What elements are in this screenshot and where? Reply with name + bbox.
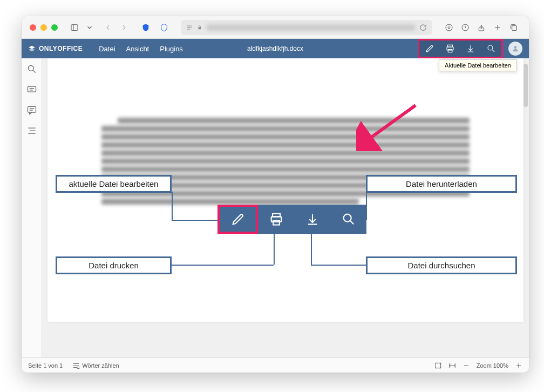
forward-button[interactable] [117, 21, 131, 35]
download-button[interactable] [460, 40, 481, 57]
search-button[interactable] [481, 40, 501, 57]
svg-rect-37 [436, 363, 440, 368]
browser-toolbar [22, 16, 529, 39]
new-tab-icon[interactable] [491, 21, 505, 35]
connector-line [274, 234, 275, 265]
address-bar[interactable] [181, 20, 432, 35]
svg-rect-47 [273, 220, 280, 225]
app-brand-text: ONLYOFFICE [39, 45, 83, 52]
annotation-download-button [294, 205, 330, 234]
document-filename: aldfkjashdlkfjh.docx [247, 45, 303, 52]
share-icon[interactable] [474, 21, 488, 35]
svg-line-23 [33, 71, 35, 73]
svg-rect-27 [28, 106, 36, 112]
url-text [207, 24, 415, 31]
app-header: ONLYOFFICE Datei Ansicht Plugins aldfkja… [22, 39, 529, 58]
svg-rect-0 [71, 24, 78, 30]
history-icon[interactable] [458, 21, 472, 35]
annotation-edit-button [217, 205, 258, 234]
connector-line [311, 265, 366, 266]
svg-rect-16 [448, 50, 452, 52]
user-avatar[interactable] [508, 42, 522, 56]
app-logo[interactable]: ONLYOFFICE [28, 45, 83, 52]
privacy-shield-icon[interactable] [139, 21, 153, 35]
annotation-arrow [356, 103, 421, 151]
svg-line-51 [350, 221, 353, 225]
left-sidebar [22, 58, 42, 357]
menu-plugins[interactable]: Plugins [160, 45, 183, 53]
svg-rect-5 [199, 27, 201, 29]
sidebar-toggle-button[interactable] [67, 21, 81, 35]
reader-icon [186, 24, 193, 31]
window-minimize-button[interactable] [40, 24, 47, 31]
vertical-scrollbar[interactable] [523, 58, 528, 357]
sidebar-comments-button[interactable] [26, 84, 37, 95]
menu-file[interactable]: Datei [99, 45, 115, 53]
reload-icon[interactable] [419, 24, 427, 31]
header-action-group [418, 39, 503, 58]
svg-line-44 [367, 105, 416, 140]
zoom-out-button[interactable] [463, 362, 470, 369]
connector-line [172, 265, 274, 266]
tracker-shield-icon[interactable] [157, 21, 171, 35]
zoom-in-button[interactable] [515, 362, 522, 369]
chevron-down-icon[interactable] [86, 21, 93, 35]
window-maximize-button[interactable] [51, 24, 58, 31]
status-bar: Seite 1 von 1 123 Wörter zählen Zoom 100… [22, 357, 529, 373]
fit-page-button[interactable] [434, 362, 442, 369]
svg-rect-24 [28, 86, 36, 92]
connector-line [172, 192, 173, 220]
tabs-icon[interactable] [507, 21, 521, 35]
sidebar-chat-button[interactable] [26, 105, 37, 116]
scrollbar-thumb[interactable] [523, 64, 528, 107]
connector-line [172, 220, 217, 221]
window-close-button[interactable] [30, 24, 36, 31]
onlyoffice-logo-icon [28, 45, 36, 52]
print-button[interactable] [440, 40, 460, 57]
svg-point-19 [488, 45, 493, 50]
callout-search: Datei durchsuchen [366, 256, 517, 274]
callout-download: Datei herunterladen [366, 175, 517, 193]
word-count-button[interactable]: 123 Wörter zählen [72, 362, 119, 369]
annotation-toolbar-enlarged [217, 205, 366, 234]
svg-point-50 [343, 214, 351, 222]
edit-tooltip: Aktuelle Datei bearbeiten [439, 59, 517, 71]
sidebar-navigation-button[interactable] [26, 125, 37, 136]
downloads-icon[interactable] [442, 21, 456, 35]
zoom-level[interactable]: Zoom 100% [477, 362, 508, 369]
sidebar-search-button[interactable] [26, 64, 37, 75]
svg-point-22 [28, 65, 33, 71]
back-button[interactable] [101, 21, 115, 35]
annotation-search-button [330, 205, 366, 234]
lock-icon [197, 25, 202, 30]
edit-button[interactable] [419, 40, 440, 57]
page-indicator[interactable]: Seite 1 von 1 [28, 362, 63, 369]
svg-rect-13 [512, 25, 517, 30]
callout-print: Datei drucken [56, 256, 172, 274]
user-icon [512, 45, 519, 52]
svg-text:123: 123 [77, 366, 80, 369]
fit-width-button[interactable] [448, 362, 456, 369]
menu-view[interactable]: Ansicht [126, 45, 149, 53]
connector-line [311, 234, 312, 265]
callout-edit: aktuelle Datei bearbeiten [56, 175, 172, 193]
annotation-print-button [258, 205, 294, 234]
svg-point-21 [514, 46, 517, 49]
svg-line-20 [492, 50, 494, 52]
